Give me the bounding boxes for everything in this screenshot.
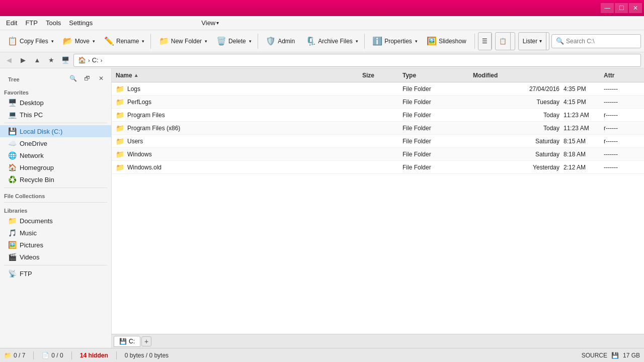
toolbar: 📋 Copy Files ▾ 📂 Move ▾ ✏️ Rename ▾ 📁 Ne… [0, 30, 644, 52]
tab-c-drive[interactable]: 💾 C: [114, 336, 140, 347]
path-sep-1: › [88, 57, 90, 63]
col-modified[interactable]: Modified [471, 72, 561, 79]
col-name[interactable]: Name ▲ [114, 72, 360, 79]
table-row[interactable]: 📁 Program Files File Folder Today 11:23 … [112, 109, 644, 122]
rename-button[interactable]: ✏️ Rename ▾ [100, 33, 147, 50]
sidebar-item-network[interactable]: 🌐 Network [0, 149, 111, 161]
status-disk-icon: 💾 [611, 352, 619, 359]
sidebar-item-pictures[interactable]: 🖼️ Pictures [0, 239, 111, 251]
recycle-icon: ♻️ [8, 175, 17, 184]
sidebar-item-documents[interactable]: 📁 Documents [0, 215, 111, 227]
forward-button[interactable]: ▶ [17, 54, 29, 66]
sidebar-item-recycle[interactable]: ♻️ Recycle Bin [0, 173, 111, 186]
folder-status-icon: 📁 [4, 352, 12, 359]
sidebar-close-btn[interactable]: ✕ [95, 72, 107, 84]
table-row[interactable]: 📁 Windows.old File Folder Yesterday 2:12… [112, 161, 644, 174]
folder-list-button[interactable]: 📋 [496, 33, 511, 50]
col-type[interactable]: Type [400, 72, 471, 79]
home-button[interactable]: ★ [45, 54, 57, 66]
folder-split-icon: ⊟ [514, 38, 515, 45]
menu-settings[interactable]: Settings [65, 18, 97, 28]
thispc-icon: 💻 [8, 111, 17, 119]
folder-split-button[interactable]: ⊟ [511, 33, 515, 50]
admin-icon: 🛡️ [266, 36, 276, 46]
libraries-header: Libraries [0, 205, 111, 215]
col-attr[interactable]: Attr [602, 72, 642, 79]
status-div-3 [116, 351, 117, 359]
back-button[interactable]: ◀ [3, 54, 15, 66]
new-folder-button[interactable]: 📁 New Folder ▾ [154, 33, 210, 50]
copy-icon: 📋 [8, 36, 18, 46]
tab-add-button[interactable]: + [141, 336, 151, 346]
tree-label: Tree [4, 73, 24, 83]
view-icons-button[interactable]: ▦ [492, 33, 492, 50]
close-button[interactable]: ✕ [629, 3, 642, 13]
row-date: Today [471, 112, 561, 119]
sidebar-window-btn[interactable]: 🗗 [81, 72, 93, 84]
lister-opt1[interactable]: 📃 [546, 33, 549, 50]
menu-view[interactable]: View ▾ [197, 18, 223, 28]
row-type: File Folder [400, 99, 471, 106]
status-bytes: 0 bytes / 0 bytes [125, 352, 169, 359]
sidebar-item-ftp[interactable]: 📡 FTP [0, 267, 111, 280]
sidebar-item-localdisk[interactable]: 💾 Local Disk (C:) [0, 125, 111, 137]
move-arrow: ▾ [93, 39, 95, 44]
sidebar-item-thispc[interactable]: 💻 This PC [0, 109, 111, 121]
tab-bar: 💾 C: + [112, 334, 644, 348]
row-type: File Folder [400, 151, 471, 158]
search-input[interactable] [566, 38, 636, 45]
copy-files-button[interactable]: 📋 Copy Files ▾ [3, 33, 56, 50]
sidebar-item-desktop[interactable]: 🖥️ Desktop [0, 97, 111, 109]
localdisk-icon: 💾 [8, 127, 17, 135]
row-date: 27/04/2016 [471, 85, 561, 93]
row-folder-icon: 📁 [116, 98, 124, 106]
status-hidden: 14 hidden [80, 352, 108, 359]
row-time: 11:23 AM [561, 125, 602, 132]
table-row[interactable]: 📁 Users File Folder Saturday 8:15 AM r--… [112, 135, 644, 148]
lister-button[interactable]: Lister ▾ [519, 33, 546, 50]
path-c-drive[interactable]: C: [92, 56, 99, 64]
table-row[interactable]: 📁 Logs File Folder 27/04/2016 4:35 PM --… [112, 82, 644, 96]
minimize-button[interactable]: — [601, 3, 614, 13]
row-date: Tuesday [471, 99, 561, 106]
menu-ftp[interactable]: FTP [21, 18, 42, 28]
pictures-icon: 🖼️ [8, 241, 17, 249]
status-file-count: 📄 0 / 0 [42, 352, 63, 359]
archive-files-button[interactable]: 🗜️ Archive Files ▾ [301, 33, 361, 50]
admin-button[interactable]: 🛡️ Admin [261, 33, 299, 50]
search-box[interactable]: 🔍 [551, 34, 641, 48]
row-name: Logs [127, 85, 140, 93]
table-row[interactable]: 📁 Windows File Folder Saturday 8:18 AM -… [112, 148, 644, 161]
delete-button[interactable]: 🗑️ Delete ▾ [212, 33, 254, 50]
row-attr: ------- [602, 85, 642, 93]
menu-tools[interactable]: Tools [42, 18, 65, 28]
ftp-icon: 📡 [8, 269, 17, 278]
sidebar-divider-1 [4, 123, 107, 123]
row-folder-icon: 📁 [116, 137, 124, 145]
maximize-button[interactable]: ☐ [615, 3, 628, 13]
properties-button[interactable]: ℹ️ Properties ▾ [368, 33, 420, 50]
folder-buttons-group: 📋 ⊟ ⊠ 📄 [495, 32, 515, 50]
sidebar-search-btn[interactable]: 🔍 [67, 72, 79, 84]
row-folder-icon: 📁 [116, 85, 124, 93]
menu-edit[interactable]: Edit [2, 18, 21, 28]
row-time: 8:18 AM [561, 151, 602, 158]
new-folder-arrow: ▾ [205, 39, 207, 44]
sidebar-item-onedrive[interactable]: ☁️ OneDrive [0, 137, 111, 149]
view-details-icon: ☰ [482, 38, 488, 45]
table-row[interactable]: 📁 PerfLogs File Folder Tuesday 4:15 PM -… [112, 96, 644, 109]
table-row[interactable]: 📁 Program Files (x86) File Folder Today … [112, 122, 644, 135]
col-size[interactable]: Size [360, 72, 400, 79]
view-details-button[interactable]: ☰ [478, 33, 492, 50]
move-button[interactable]: 📂 Move ▾ [58, 33, 98, 50]
sidebar-item-homegroup[interactable]: 🏠 Homegroup [0, 161, 111, 173]
sidebar-item-music[interactable]: 🎵 Music [0, 227, 111, 239]
row-time: 4:15 PM [561, 99, 602, 106]
up-button[interactable]: ▲ [31, 54, 43, 66]
folder-list-icon: 📋 [499, 38, 507, 45]
slideshow-button[interactable]: 🖼️ Slideshow [422, 33, 471, 50]
sidebar-item-videos[interactable]: 🎬 Videos [0, 251, 111, 263]
row-time: 8:15 AM [561, 138, 602, 145]
row-time: 11:23 AM [561, 112, 602, 119]
breadcrumb-icon-button[interactable]: 🖥️ [59, 54, 71, 66]
